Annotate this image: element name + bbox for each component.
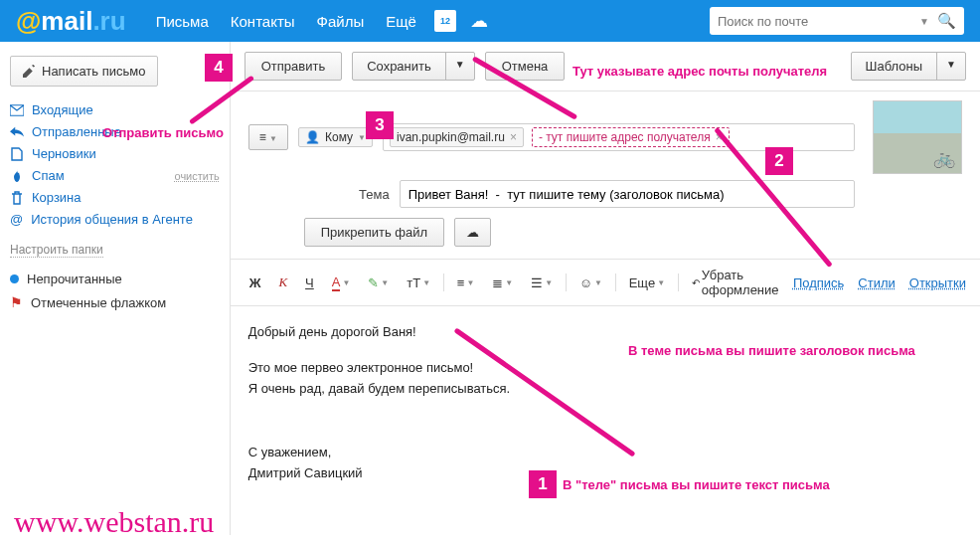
cards-link[interactable]: Открытки: [909, 275, 966, 290]
watermark-url: www.webstan.ru: [14, 505, 214, 539]
font-color-button[interactable]: A▼: [327, 272, 356, 294]
envelope-icon: [10, 103, 24, 117]
search-input[interactable]: [718, 14, 911, 29]
bold-button[interactable]: Ж: [245, 273, 266, 293]
nav-letters[interactable]: Письма: [156, 13, 209, 30]
undo-icon: ↶: [692, 277, 700, 288]
clear-spam-link[interactable]: очистить: [175, 170, 220, 182]
italic-button[interactable]: К: [273, 272, 292, 293]
emoji-button[interactable]: ☺▼: [574, 273, 607, 293]
templates-label: Шаблоны: [852, 53, 938, 80]
compose-label: Написать письмо: [42, 64, 145, 79]
setup-folders-link[interactable]: Настроить папки: [10, 243, 103, 258]
annotation-send-text: Отправить письмо: [102, 125, 224, 140]
annotation-number-3: 3: [366, 111, 394, 139]
fire-icon: [10, 169, 24, 183]
more-format-button[interactable]: Еще▼: [624, 273, 670, 293]
annotation-body-text: В "теле" письма вы пишите текст письма: [563, 477, 830, 492]
annotation-addr-text: Тут указывате адрес почты получателя: [572, 64, 827, 79]
folder-chat-label: История общения в Агенте: [31, 212, 193, 227]
compose-button[interactable]: Написать письмо: [10, 56, 158, 87]
folder-chat-history[interactable]: @История общения в Агенте: [10, 212, 220, 227]
reply-icon: [10, 125, 24, 139]
cloud-icon: ☁: [466, 225, 479, 240]
nav-contacts[interactable]: Контакты: [231, 13, 295, 30]
search-icon[interactable]: 🔍: [937, 12, 956, 30]
folder-inbox[interactable]: Входящие: [10, 102, 220, 117]
logo[interactable]: @mail.ru: [16, 6, 126, 37]
message-body[interactable]: Добрый день дорогой Ваня! Это мое первео…: [231, 306, 980, 535]
body-line: Я очень рад, давай будем переписываться.: [248, 379, 962, 399]
calendar-icon[interactable]: 12: [434, 10, 456, 32]
smile-icon: ☺: [579, 275, 592, 290]
recipient-hint-chip: - тут пишите адрес получателя×: [532, 127, 730, 147]
align-button[interactable]: ≡▼: [452, 273, 480, 293]
save-label: Сохранить: [353, 53, 446, 80]
search-dropdown-icon[interactable]: ▼: [919, 16, 929, 27]
list-button[interactable]: ☰▼: [526, 273, 558, 293]
cloud-icon[interactable]: ☁: [470, 10, 488, 32]
filter-flagged[interactable]: ⚑Отмеченные флажком: [10, 294, 220, 310]
search-box[interactable]: ▼ 🔍: [710, 7, 964, 35]
indent-icon: ≣: [492, 275, 503, 290]
folder-trash-label: Корзина: [32, 190, 82, 205]
to-label-chip[interactable]: 👤Кому▼: [298, 127, 373, 147]
folder-inbox-label: Входящие: [32, 102, 93, 117]
nav-files[interactable]: Файлы: [317, 13, 365, 30]
brush-icon: ✎: [368, 275, 379, 290]
indent-button[interactable]: ≣▼: [487, 273, 518, 293]
annotation-number-1: 1: [529, 470, 557, 498]
attach-cloud-button[interactable]: ☁: [454, 218, 491, 247]
underline-button[interactable]: Ч: [300, 273, 319, 293]
to-row: ≡ ▼ 👤Кому▼ ivan.pupkin@mail.ru× - тут пи…: [231, 91, 980, 174]
annotation-subject-text: В теме письма вы пишите заголовок письма: [628, 343, 915, 358]
folder-trash[interactable]: Корзина: [10, 190, 220, 205]
hamburger-icon: ≡: [259, 130, 266, 144]
collapse-toggle[interactable]: ≡ ▼: [248, 124, 288, 150]
attach-button[interactable]: Прикрепить файл: [304, 218, 444, 247]
chevron-down-icon[interactable]: ▼: [446, 53, 474, 80]
cancel-button[interactable]: Отмена: [485, 52, 566, 81]
compose-icon: [23, 65, 36, 78]
nav-more[interactable]: Ещё: [386, 13, 416, 30]
body-line: Добрый день дорогой Ваня!: [248, 322, 962, 342]
recipient-email: ivan.pupkin@mail.ru: [397, 130, 505, 144]
recipient-hint-text: - тут пишите адрес получателя: [539, 130, 711, 144]
chevron-down-icon[interactable]: ▼: [937, 53, 965, 80]
styles-link[interactable]: Стили: [858, 275, 895, 290]
remove-format-button[interactable]: ↶ Убрать оформление: [687, 265, 785, 300]
recipient-chip[interactable]: ivan.pupkin@mail.ru×: [390, 127, 524, 147]
highlight-button[interactable]: ✎▼: [363, 273, 394, 293]
subject-label: Тема: [304, 187, 390, 202]
at-icon: @: [10, 212, 23, 227]
format-toolbar: Ж К Ч A▼ ✎▼ тT▼ ≡▼ ≣▼ ☰▼ ☺▼ Еще▼ ↶ Убрат…: [231, 259, 980, 306]
bicycle-icon: 🚲: [933, 147, 955, 169]
doc-icon: [10, 147, 24, 161]
templates-button[interactable]: Шаблоны▼: [851, 52, 966, 81]
filter-flagged-label: Отмеченные флажком: [31, 295, 166, 310]
folder-drafts[interactable]: Черновики: [10, 146, 220, 161]
avatar-thumbnail[interactable]: 🚲: [873, 100, 962, 174]
trash-icon: [10, 191, 24, 205]
save-button[interactable]: Сохранить▼: [352, 52, 475, 81]
nav-links: Письма Контакты Файлы Ещё: [156, 13, 416, 30]
align-icon: ≡: [457, 275, 465, 290]
annotation-number-2: 2: [765, 147, 793, 175]
person-icon: 👤: [305, 130, 320, 144]
flag-icon: ⚑: [10, 294, 23, 310]
attach-row: Прикрепить файл ☁: [231, 208, 980, 259]
compose-pane: Отправить Сохранить▼ Отмена Шаблоны▼ ≡ ▼…: [230, 42, 980, 535]
chevron-down-icon[interactable]: ▼: [358, 133, 366, 142]
subject-row: Тема: [231, 174, 980, 208]
body-line: С уважением,: [248, 443, 962, 462]
send-button[interactable]: Отправить: [245, 52, 342, 81]
to-label: Кому: [325, 130, 353, 144]
dot-icon: [10, 274, 19, 283]
signature-link[interactable]: Подпись: [793, 275, 844, 290]
subject-input[interactable]: [400, 180, 855, 208]
folder-spam[interactable]: Спамочистить: [10, 168, 220, 183]
header-bar: @mail.ru Письма Контакты Файлы Ещё 12 ☁ …: [0, 0, 980, 42]
font-size-button[interactable]: тT▼: [402, 273, 435, 293]
filter-unread[interactable]: Непрочитанные: [10, 272, 220, 286]
remove-chip-icon[interactable]: ×: [510, 130, 517, 144]
